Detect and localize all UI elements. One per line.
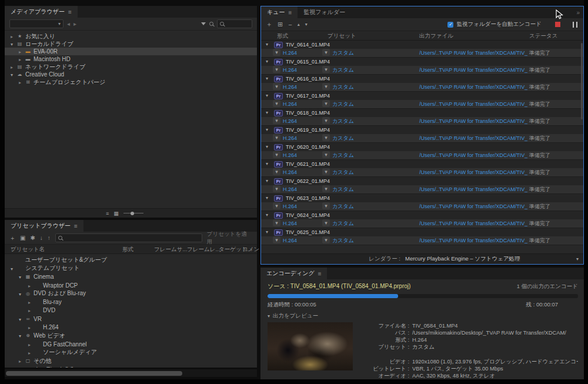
collapse-icon[interactable]: ▾ (266, 177, 268, 185)
queue-source-row[interactable]: ▾ Pr TIV_0618_01.MP4 (261, 109, 583, 117)
preset-link[interactable]: カスタム (332, 66, 354, 74)
collapse-icon[interactable]: ▾ (266, 211, 268, 219)
tree-item[interactable]: ネットワークドライブ (5, 63, 257, 71)
disclosure-icon[interactable] (18, 273, 22, 280)
tree-item[interactable]: Blu-ray (5, 298, 257, 306)
queue-output-row[interactable]: ▾ H.264 ▾ カスタム /Users/..TVAP RAW for Tra… (261, 66, 583, 74)
queue-source-row[interactable]: ▾ Pr TIV_0619_01.MP4 (261, 126, 583, 134)
queue-source-row[interactable]: ▾ Pr TIV_0615_01.MP4 (261, 58, 583, 66)
disclosure-icon[interactable] (18, 316, 22, 322)
queue-output-row[interactable]: ▾ H.264 ▾ カスタム /Users/..TVAP RAW for Tra… (261, 100, 583, 108)
move-up-button[interactable]: ▴ (298, 22, 300, 27)
renderer-dropdown[interactable]: Mercury Playback Engine – ソフトウェア処理 ▾ (405, 255, 579, 263)
tree-item[interactable]: Wraptor DCP (5, 281, 257, 289)
disclosure-icon[interactable] (9, 41, 14, 47)
panel-overflow-icon[interactable]: » (573, 6, 583, 18)
queue-row[interactable]: ▾ Pr TIV_0624_01.MP4 ▾ H.264 ▾ カスタム /Use… (261, 211, 583, 228)
queue-source-row[interactable]: ▾ Pr TIV_0620_01.MP4 (261, 143, 583, 151)
queue-output-row[interactable]: ▾ H.264 ▾ カスタム /Users/..TVAP RAW for Tra… (261, 151, 583, 159)
queue-source-row[interactable]: ▾ Pr TIV_0617_01.MP4 (261, 92, 583, 100)
format-dropdown-icon[interactable]: ▾ (273, 219, 280, 226)
tree-item[interactable]: Creative Cloud (5, 71, 257, 78)
format-link[interactable]: H.264 (283, 151, 297, 159)
disclosure-icon[interactable] (18, 48, 22, 55)
format-dropdown-icon[interactable]: ▾ (273, 151, 280, 158)
tree-item[interactable]: DG FastChannel (5, 340, 257, 348)
tree-item[interactable]: DVD および Blu-ray (5, 289, 257, 298)
column-preset[interactable]: プリセット (328, 31, 356, 41)
preset-dropdown-icon[interactable]: ▾ (322, 83, 330, 90)
tab-watch-folders[interactable]: 監視フォルダー (298, 6, 351, 18)
preset-dropdown-icon[interactable]: ▾ (322, 100, 330, 107)
format-dropdown-icon[interactable]: ▾ (273, 134, 280, 141)
thumbnail-view-icon[interactable]: ▦ (113, 211, 119, 216)
disclosure-icon[interactable] (9, 64, 14, 70)
format-dropdown-icon[interactable]: ▾ (273, 100, 280, 107)
queue-row[interactable]: ▾ Pr TIV_0619_01.MP4 ▾ H.264 ▾ カスタム /Use… (261, 126, 583, 143)
queue-source-row[interactable]: ▾ Pr TIV_0616_01.MP4 (261, 75, 583, 83)
column-status[interactable]: ステータス (529, 31, 557, 41)
column-output-file[interactable]: 出力ファイル (419, 31, 453, 41)
output-file-link[interactable]: /Users/..TVAP RAW for Transfer/XDCAM/TIV… (419, 236, 527, 245)
output-file-link[interactable]: /Users/..TVAP RAW for Transfer/XDCAM/TIV… (419, 168, 527, 176)
disclosure-icon[interactable] (27, 341, 32, 348)
tree-item[interactable]: ローカルドライブ (5, 40, 257, 48)
preview-toggle[interactable]: ▾ 出力をプレビュー (268, 312, 578, 320)
queue-row[interactable]: ▾ Pr TIV_0616_01.MP4 ▾ H.264 ▾ カスタム /Use… (261, 75, 583, 92)
queue-row[interactable]: ▾ Pr TIV_0622_01.MP4 ▾ H.264 ▾ カスタム /Use… (261, 177, 583, 194)
preset-dropdown-icon[interactable]: ▾ (322, 236, 330, 243)
disclosure-icon[interactable] (18, 79, 22, 85)
collapse-icon[interactable]: ▾ (266, 228, 268, 236)
add-output-button[interactable]: ⊞ (278, 21, 283, 28)
preset-link[interactable]: カスタム (332, 185, 354, 193)
apply-preset-button[interactable]: プリセットを適用 (207, 231, 252, 246)
preset-link[interactable]: カスタム (332, 83, 354, 91)
preset-dropdown-icon[interactable]: ▾ (322, 168, 330, 175)
queue-row[interactable]: ▾ Pr TIV_0620_01.MP4 ▾ H.264 ▾ カスタム /Use… (261, 143, 583, 160)
disclosure-icon[interactable] (18, 332, 22, 339)
preset-search-input[interactable] (65, 235, 199, 241)
disclosure-icon[interactable] (18, 366, 22, 368)
disclosure-icon[interactable] (18, 56, 22, 62)
collapse-icon[interactable]: ▾ (266, 194, 268, 202)
column-format[interactable]: 形式 (277, 31, 288, 41)
preset-link[interactable]: カスタム (332, 49, 354, 57)
tree-item[interactable]: H.264 (5, 323, 257, 331)
vertical-scrollbar-thumb[interactable] (581, 43, 583, 119)
output-file-link[interactable]: /Users/..TVAP RAW for Transfer/XDCAM/TIV… (419, 66, 527, 74)
disclosure-icon[interactable] (9, 33, 14, 39)
format-link[interactable]: H.264 (283, 168, 297, 176)
disclosure-icon[interactable] (9, 71, 14, 78)
queue-row[interactable]: ▾ Pr TIV_0615_01.MP4 ▾ H.264 ▾ カスタム /Use… (261, 58, 583, 75)
preset-settings-button[interactable]: ✱ (30, 235, 35, 241)
back-button[interactable]: ◂ (67, 21, 70, 27)
disclosure-icon[interactable] (27, 299, 32, 305)
queue-output-row[interactable]: ▾ H.264 ▾ カスタム /Users/..TVAP RAW for Tra… (261, 168, 583, 176)
format-link[interactable]: H.264 (283, 202, 297, 211)
tree-item[interactable]: Macintosh HD (5, 55, 257, 63)
output-file-link[interactable]: /Users/..TVAP RAW for Transfer/XDCAM/TIV… (419, 83, 527, 91)
queue-row[interactable]: ▾ Pr TIV_0614_01.MP4 ▾ H.264 ▾ カスタム /Use… (261, 41, 583, 58)
queue-output-row[interactable]: ▾ H.264 ▾ カスタム /Users/..TVAP RAW for Tra… (261, 117, 583, 125)
output-file-link[interactable]: /Users/..TVAP RAW for Transfer/XDCAM/TIV… (419, 219, 527, 228)
add-source-button[interactable]: ＋ (266, 20, 272, 29)
thumbnail-size-slider[interactable] (123, 213, 143, 213)
tree-item[interactable]: ソーシャルメディア (5, 348, 257, 356)
source-dropdown[interactable]: ▾ (9, 19, 64, 28)
media-search-field[interactable] (217, 19, 252, 28)
preset-dropdown-icon[interactable]: ▾ (322, 134, 330, 141)
format-link[interactable]: H.264 (283, 219, 297, 228)
tree-item[interactable]: オーディオのみ (5, 365, 257, 368)
panel-menu-icon[interactable]: ≡ (68, 9, 72, 15)
add-preset-button[interactable]: ＋ (9, 234, 15, 242)
format-link[interactable]: H.264 (283, 100, 297, 108)
queue-output-row[interactable]: ▾ H.264 ▾ カスタム /Users/..TVAP RAW for Tra… (261, 49, 583, 57)
preset-link[interactable]: カスタム (332, 117, 354, 125)
export-preset-button[interactable]: ↑ (48, 235, 51, 241)
preset-dropdown-icon[interactable]: ▾ (322, 219, 330, 226)
media-search-input[interactable] (226, 21, 249, 27)
queue-row[interactable]: ▾ Pr TIV_0617_01.MP4 ▾ H.264 ▾ カスタム /Use… (261, 92, 583, 109)
queue-row[interactable]: ▾ Pr TIV_0618_01.MP4 ▾ H.264 ▾ カスタム /Use… (261, 109, 583, 126)
preset-dropdown-icon[interactable]: ▾ (322, 117, 330, 124)
forward-button[interactable]: ▸ (74, 21, 76, 27)
